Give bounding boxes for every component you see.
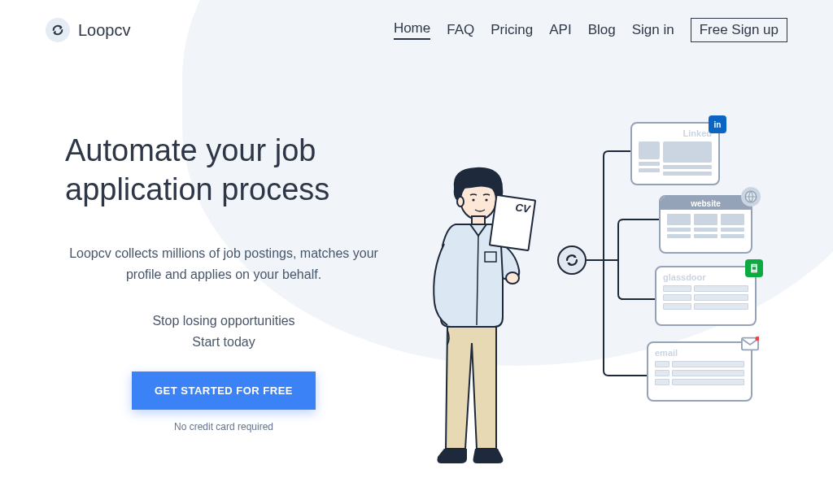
svg-rect-4 (472, 216, 485, 224)
envelope-icon (741, 335, 759, 353)
hero-title: Automate your job application process (65, 132, 382, 209)
svg-point-3 (485, 198, 487, 201)
hero-subtext: Stop losing opportunities Start today (65, 311, 382, 352)
nav-api[interactable]: API (549, 22, 571, 38)
cv-paper-icon: CV (489, 194, 536, 251)
card-linkedin: Linked in (630, 122, 720, 185)
svg-point-7 (506, 272, 519, 284)
card-glassdoor-label: glassdoor (663, 272, 748, 282)
cta-wrap: GET STARTED FOR FREE No credit card requ… (65, 371, 382, 432)
card-email: email (647, 341, 752, 402)
nav-home[interactable]: Home (394, 20, 430, 40)
nav-signin[interactable]: Sign in (632, 22, 674, 38)
nav-faq[interactable]: FAQ (447, 22, 474, 38)
hero: Automate your job application process Lo… (0, 42, 833, 489)
card-website: website (659, 195, 752, 254)
hero-left: Automate your job application process Lo… (65, 132, 382, 489)
get-started-button[interactable]: GET STARTED FOR FREE (132, 371, 316, 410)
header: Loopcv Home FAQ Pricing API Blog Sign in… (0, 0, 833, 42)
brand-name: Loopcv (78, 21, 131, 40)
cv-label: CV (515, 201, 531, 215)
hero-sub-line1: Stop losing opportunities (152, 314, 294, 328)
nav: Home FAQ Pricing API Blog Sign in Free S… (394, 18, 787, 42)
hub-icon (557, 245, 587, 275)
hero-illustration: CV Linked in website (399, 132, 787, 489)
nav-signup[interactable]: Free Sign up (691, 18, 787, 42)
hero-description: Loopcv collects millions of job postings… (65, 243, 382, 285)
svg-point-2 (472, 198, 474, 201)
card-email-label: email (655, 348, 744, 358)
svg-point-1 (457, 197, 464, 206)
hero-sub-line2: Start today (192, 335, 255, 349)
svg-marker-9 (567, 263, 570, 266)
nav-pricing[interactable]: Pricing (491, 22, 533, 38)
card-glassdoor: glassdoor (655, 266, 757, 326)
linkedin-icon: in (709, 115, 726, 133)
nav-blog[interactable]: Blog (588, 22, 616, 38)
logo-icon (46, 18, 70, 42)
card-website-label: website (691, 199, 721, 208)
globe-icon (741, 187, 761, 206)
glassdoor-icon (745, 259, 763, 277)
brand[interactable]: Loopcv (46, 18, 131, 42)
svg-marker-8 (574, 254, 577, 258)
card-linkedin-label: Linked (639, 128, 712, 138)
cta-note: No credit card required (174, 421, 273, 432)
